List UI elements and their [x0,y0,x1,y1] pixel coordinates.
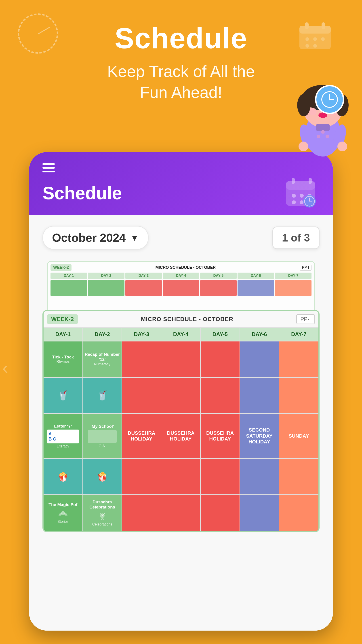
svg-point-6 [321,37,325,41]
month-text: October 2024 [52,231,126,244]
cell-r5-d1: 'The Magic Pot' Stories [43,495,83,531]
mini-cell-3 [125,280,162,296]
cell-r1-d3 [122,342,161,377]
left-arrow-decoration: ‹ [2,358,8,378]
svg-point-4 [306,37,309,41]
svg-point-51 [58,514,61,516]
cell-r4-d7 [279,459,319,495]
app-body: October 2024 ▼ 1 of 3 WEEK-2 MICRO SCHED… [29,215,333,630]
cell-r5-d4 [161,495,201,531]
cell-r4-d1: 🍿 [43,459,83,495]
schedule-row-1: Tick - Tock Rhymes Recap of Number '12' … [43,341,319,377]
main-title: Schedule [22,22,340,54]
cell-r1-d6 [240,342,279,377]
svg-point-8 [313,44,317,48]
pp-badge: PP-I [296,314,315,324]
svg-rect-38 [309,178,312,184]
svg-point-18 [309,108,317,116]
svg-rect-23 [316,124,330,131]
schedules-area: WEEK-2 MICRO SCHEDULE - OCTOBER PP-I DAY… [42,261,320,630]
phone-container: Schedule [29,152,333,630]
mini-cell-6 [238,280,274,296]
schedule-row-5: 'The Magic Pot' Stories [43,495,319,531]
svg-point-40 [300,194,304,198]
clock-bubble [315,85,344,114]
bg-calendar-icon [297,20,333,52]
cell-r2-d1: 🥤 [43,378,83,414]
app-nav-title: Schedule [42,183,122,204]
cell-r1-d5 [201,342,240,377]
day-header-7: DAY-7 [279,328,319,341]
cell-r1-d2: Recap of Number '12' Numeracy [83,342,122,377]
cell-r2-d3 [122,378,161,414]
hamburger-menu[interactable] [42,163,55,172]
day-header-3: DAY-3 [122,328,161,341]
mini-day-2: DAY-2 [88,272,124,279]
header-calendar-icon [284,177,320,210]
svg-point-42 [292,200,296,204]
cell-r2-d7 [279,378,319,414]
svg-point-39 [292,194,296,198]
chevron-down-icon: ▼ [130,233,139,243]
svg-point-26 [326,134,329,138]
cell-r4-d5 [201,459,240,495]
cell-r1-d1: Tick - Tock Rhymes [43,342,83,377]
svg-line-56 [101,518,102,520]
cell-r3-d3: DUSSEHRA HOLIDAY [122,414,161,459]
mini-day-5: DAY-5 [200,272,237,279]
mini-day-3: DAY-3 [125,272,162,279]
cell-r5-d7 [279,495,319,531]
cell-r1-d7 [279,342,319,377]
cell-r4-d3 [122,459,161,495]
cell-r3-d5: DUSSEHRA HOLIDAY [201,414,240,459]
svg-point-52 [65,514,67,516]
mini-cell-5 [200,280,237,296]
hamburger-line-3 [42,171,55,172]
month-selector[interactable]: October 2024 ▼ [42,226,149,250]
cell-r5-d2: Dussehra Celebrations Celebrations [83,495,122,531]
cell-r4-d2: 🍿 [83,459,122,495]
cell-r2-d2: 🥤 [83,378,122,414]
schedule-card-main: WEEK-2 MICRO SCHEDULE - OCTOBER PP-I DAY… [42,310,320,532]
svg-rect-37 [292,178,295,184]
mini-pp-badge: PP-I [300,265,312,270]
mini-cell-2 [88,280,124,296]
schedule-row-4: 🍿 🍿 [43,459,319,495]
svg-rect-1 [300,26,331,34]
svg-point-25 [317,134,320,138]
svg-rect-3 [322,22,325,29]
page-indicator: 1 of 3 [272,226,320,249]
svg-point-24 [321,130,325,134]
day-header-1: DAY-1 [43,328,83,341]
day-header-6: DAY-6 [240,328,279,341]
cell-r3-d1: Letter 'Y' AB C Literacy [43,414,83,459]
cell-r5-d5 [201,495,240,531]
schedule-month-title: MICRO SCHEDULE - OCTOBER [141,316,233,323]
cell-r2-d4 [161,378,201,414]
mini-day-6: DAY-6 [238,272,274,279]
cell-r2-d6 [240,378,279,414]
character-girl [284,62,362,170]
mini-week-badge: WEEK-2 [50,264,71,271]
svg-line-57 [102,518,103,520]
svg-point-34 [329,98,331,100]
days-header-grid: DAY-1 DAY-2 DAY-3 DAY-4 DAY-5 DAY-6 DAY-… [43,328,319,341]
day-header-5: DAY-5 [201,328,240,341]
svg-rect-2 [305,22,309,29]
schedule-row-3: Letter 'Y' AB C Literacy 'My School' G.A… [43,414,319,459]
svg-point-5 [313,37,317,41]
svg-point-43 [300,200,304,204]
cell-r4-d4 [161,459,201,495]
mini-cell-7 [275,280,312,296]
hamburger-line-1 [42,163,55,165]
cell-r5-d6 [240,495,279,531]
mini-day-7: DAY-7 [275,272,312,279]
cell-r1-d4 [161,342,201,377]
mini-day-4: DAY-4 [163,272,199,279]
hamburger-line-2 [42,167,55,168]
mini-cell-1 [50,280,87,296]
schedule-card-header: WEEK-2 MICRO SCHEDULE - OCTOBER PP-I [43,311,319,328]
cell-r3-d6: SECOND SATURDAY HOLIDAY [240,414,279,459]
day-header-4: DAY-4 [161,328,201,341]
day-header-2: DAY-2 [83,328,122,341]
